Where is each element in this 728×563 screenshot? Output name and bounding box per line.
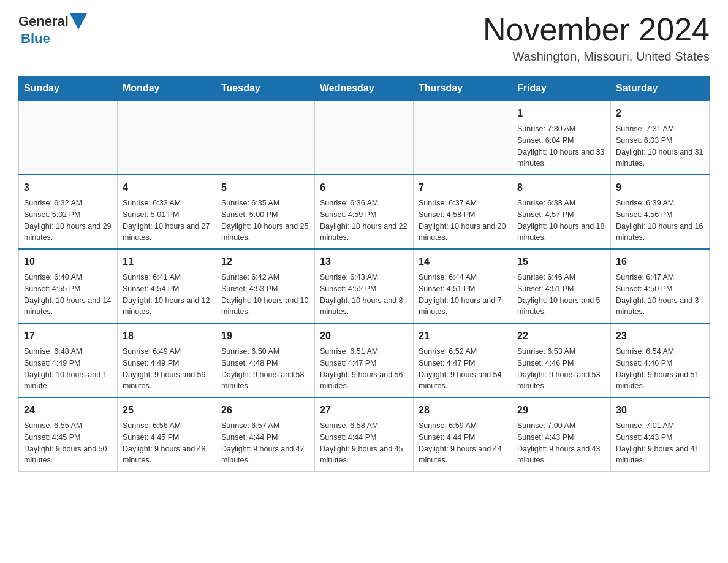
day-number: 27 xyxy=(320,403,408,418)
day-info: Sunrise: 6:53 AMSunset: 4:46 PMDaylight:… xyxy=(517,346,605,392)
logo-general-text: General xyxy=(18,13,69,29)
day-info: Sunrise: 6:41 AMSunset: 4:54 PMDaylight:… xyxy=(123,272,211,318)
col-saturday: Saturday xyxy=(611,77,710,101)
day-number: 30 xyxy=(616,403,704,418)
day-info: Sunrise: 6:43 AMSunset: 4:52 PMDaylight:… xyxy=(320,272,408,318)
week-row-3: 10Sunrise: 6:40 AMSunset: 4:55 PMDayligh… xyxy=(19,249,710,323)
table-row: 10Sunrise: 6:40 AMSunset: 4:55 PMDayligh… xyxy=(19,249,118,323)
table-row: 11Sunrise: 6:41 AMSunset: 4:54 PMDayligh… xyxy=(118,249,216,323)
table-row: 27Sunrise: 6:58 AMSunset: 4:44 PMDayligh… xyxy=(315,397,414,472)
table-row: 29Sunrise: 7:00 AMSunset: 4:43 PMDayligh… xyxy=(512,397,611,472)
table-row: 16Sunrise: 6:47 AMSunset: 4:50 PMDayligh… xyxy=(611,249,710,323)
day-number: 5 xyxy=(221,180,309,195)
day-info: Sunrise: 6:50 AMSunset: 4:48 PMDaylight:… xyxy=(221,346,309,392)
day-info: Sunrise: 6:44 AMSunset: 4:51 PMDaylight:… xyxy=(419,272,507,318)
col-thursday: Thursday xyxy=(414,77,512,101)
day-number: 7 xyxy=(419,180,507,195)
day-info: Sunrise: 6:49 AMSunset: 4:49 PMDaylight:… xyxy=(123,346,211,392)
table-row xyxy=(118,101,216,175)
table-row: 22Sunrise: 6:53 AMSunset: 4:46 PMDayligh… xyxy=(512,323,611,397)
day-info: Sunrise: 7:00 AMSunset: 4:43 PMDaylight:… xyxy=(517,420,605,466)
col-tuesday: Tuesday xyxy=(216,77,315,101)
week-row-4: 17Sunrise: 6:48 AMSunset: 4:49 PMDayligh… xyxy=(19,323,710,397)
day-info: Sunrise: 6:51 AMSunset: 4:47 PMDaylight:… xyxy=(320,346,408,392)
svg-marker-0 xyxy=(70,13,87,29)
day-number: 25 xyxy=(123,403,211,418)
table-row: 14Sunrise: 6:44 AMSunset: 4:51 PMDayligh… xyxy=(414,249,512,323)
week-row-2: 3Sunrise: 6:32 AMSunset: 5:02 PMDaylight… xyxy=(19,175,710,249)
col-sunday: Sunday xyxy=(19,77,118,101)
table-row: 17Sunrise: 6:48 AMSunset: 4:49 PMDayligh… xyxy=(19,323,118,397)
day-info: Sunrise: 6:54 AMSunset: 4:46 PMDaylight:… xyxy=(616,346,704,392)
day-info: Sunrise: 6:36 AMSunset: 4:59 PMDaylight:… xyxy=(320,197,408,243)
day-info: Sunrise: 6:59 AMSunset: 4:44 PMDaylight:… xyxy=(419,420,507,466)
day-number: 21 xyxy=(419,329,507,343)
day-number: 11 xyxy=(123,255,211,269)
table-row: 28Sunrise: 6:59 AMSunset: 4:44 PMDayligh… xyxy=(414,397,512,472)
day-info: Sunrise: 6:52 AMSunset: 4:47 PMDaylight:… xyxy=(419,346,507,392)
table-row: 26Sunrise: 6:57 AMSunset: 4:44 PMDayligh… xyxy=(216,397,315,472)
table-row: 19Sunrise: 6:50 AMSunset: 4:48 PMDayligh… xyxy=(216,323,315,397)
col-friday: Friday xyxy=(512,77,611,101)
day-info: Sunrise: 6:40 AMSunset: 4:55 PMDaylight:… xyxy=(24,272,112,318)
table-row: 21Sunrise: 6:52 AMSunset: 4:47 PMDayligh… xyxy=(414,323,512,397)
table-row: 9Sunrise: 6:39 AMSunset: 4:56 PMDaylight… xyxy=(611,175,710,249)
calendar-table: Sunday Monday Tuesday Wednesday Thursday… xyxy=(18,76,710,472)
table-row: 7Sunrise: 6:37 AMSunset: 4:58 PMDaylight… xyxy=(414,175,512,249)
day-info: Sunrise: 6:33 AMSunset: 5:01 PMDaylight:… xyxy=(123,197,211,243)
table-row: 24Sunrise: 6:55 AMSunset: 4:45 PMDayligh… xyxy=(19,397,118,472)
table-row: 23Sunrise: 6:54 AMSunset: 4:46 PMDayligh… xyxy=(611,323,710,397)
day-info: Sunrise: 6:58 AMSunset: 4:44 PMDaylight:… xyxy=(320,420,408,466)
day-number: 17 xyxy=(24,329,112,343)
day-number: 8 xyxy=(517,180,605,195)
day-number: 29 xyxy=(517,403,605,418)
day-number: 24 xyxy=(24,403,112,418)
day-info: Sunrise: 6:39 AMSunset: 4:56 PMDaylight:… xyxy=(616,197,704,243)
table-row: 25Sunrise: 6:56 AMSunset: 4:45 PMDayligh… xyxy=(118,397,216,472)
table-row xyxy=(19,101,118,175)
logo-blue-text: Blue xyxy=(21,31,50,47)
day-info: Sunrise: 6:47 AMSunset: 4:50 PMDaylight:… xyxy=(616,272,704,318)
logo-triangle-icon xyxy=(70,13,87,29)
day-number: 19 xyxy=(221,329,309,343)
table-row: 15Sunrise: 6:46 AMSunset: 4:51 PMDayligh… xyxy=(512,249,611,323)
day-number: 15 xyxy=(517,255,605,269)
day-number: 28 xyxy=(419,403,507,418)
day-number: 9 xyxy=(616,180,704,195)
day-number: 1 xyxy=(517,106,605,121)
day-number: 18 xyxy=(123,329,211,343)
logo: General Blue xyxy=(18,12,88,47)
table-row: 13Sunrise: 6:43 AMSunset: 4:52 PMDayligh… xyxy=(315,249,414,323)
day-info: Sunrise: 7:01 AMSunset: 4:43 PMDaylight:… xyxy=(616,420,704,466)
table-row xyxy=(315,101,414,175)
day-number: 10 xyxy=(24,255,112,269)
table-row xyxy=(216,101,315,175)
day-number: 23 xyxy=(616,329,704,343)
day-info: Sunrise: 6:48 AMSunset: 4:49 PMDaylight:… xyxy=(24,346,112,392)
table-row: 1Sunrise: 7:30 AMSunset: 6:04 PMDaylight… xyxy=(512,101,611,175)
day-info: Sunrise: 6:35 AMSunset: 5:00 PMDaylight:… xyxy=(221,197,309,243)
day-number: 22 xyxy=(517,329,605,343)
day-info: Sunrise: 6:56 AMSunset: 4:45 PMDaylight:… xyxy=(123,420,211,466)
day-number: 13 xyxy=(320,255,408,269)
day-info: Sunrise: 7:31 AMSunset: 6:03 PMDaylight:… xyxy=(616,123,704,169)
day-info: Sunrise: 6:32 AMSunset: 5:02 PMDaylight:… xyxy=(24,197,112,243)
calendar-header-row: Sunday Monday Tuesday Wednesday Thursday… xyxy=(19,77,710,101)
month-title: November 2024 xyxy=(483,12,710,47)
day-info: Sunrise: 6:38 AMSunset: 4:57 PMDaylight:… xyxy=(517,197,605,243)
day-number: 12 xyxy=(221,255,309,269)
table-row: 4Sunrise: 6:33 AMSunset: 5:01 PMDaylight… xyxy=(118,175,216,249)
day-number: 16 xyxy=(616,255,704,269)
page-header: General Blue November 2024 Washington, M… xyxy=(18,12,710,64)
day-info: Sunrise: 6:57 AMSunset: 4:44 PMDaylight:… xyxy=(221,420,309,466)
table-row: 5Sunrise: 6:35 AMSunset: 5:00 PMDaylight… xyxy=(216,175,315,249)
day-number: 3 xyxy=(24,180,112,195)
day-info: Sunrise: 6:37 AMSunset: 4:58 PMDaylight:… xyxy=(419,197,507,243)
col-monday: Monday xyxy=(118,77,216,101)
table-row: 30Sunrise: 7:01 AMSunset: 4:43 PMDayligh… xyxy=(611,397,710,472)
table-row xyxy=(414,101,512,175)
table-row: 6Sunrise: 6:36 AMSunset: 4:59 PMDaylight… xyxy=(315,175,414,249)
table-row: 2Sunrise: 7:31 AMSunset: 6:03 PMDaylight… xyxy=(611,101,710,175)
table-row: 20Sunrise: 6:51 AMSunset: 4:47 PMDayligh… xyxy=(315,323,414,397)
table-row: 12Sunrise: 6:42 AMSunset: 4:53 PMDayligh… xyxy=(216,249,315,323)
